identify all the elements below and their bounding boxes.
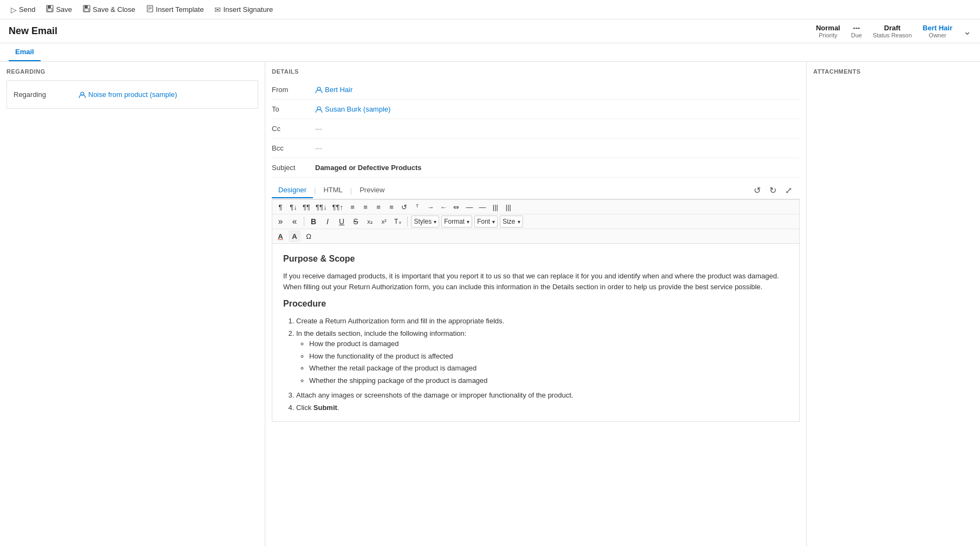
editor-tab-preview[interactable]: Preview: [353, 183, 391, 198]
rte-btn-vert1[interactable]: |||: [489, 201, 501, 213]
content-heading1: Purpose & Scope: [283, 252, 788, 265]
content-bullets: How the product is damaged How the funct…: [309, 339, 788, 386]
rte-btn-t1[interactable]: ᵀ: [411, 201, 423, 213]
middle-panel: DETAILS From Bert Hair To Susan Burk (sa…: [265, 62, 807, 547]
rte-indent-inc[interactable]: »: [275, 216, 286, 227]
insert-template-icon: [146, 5, 154, 14]
rte-size-dropdown[interactable]: Size ▾: [500, 216, 522, 227]
header-bar: New Email Normal Priority --- Due Draft …: [0, 19, 980, 43]
size-chevron: ▾: [518, 219, 520, 225]
rte-superscript-btn[interactable]: x²: [378, 216, 390, 227]
rte-btn-align4[interactable]: ≡: [386, 201, 397, 213]
rte-btn-align1[interactable]: ≡: [347, 201, 358, 213]
save-icon: [46, 5, 54, 14]
font-chevron: ▾: [492, 219, 495, 225]
insert-template-label: Insert Template: [156, 5, 204, 14]
send-icon: ▷: [11, 5, 17, 14]
cc-label: Cc: [272, 125, 315, 133]
subject-value[interactable]: Damaged or Defective Products: [315, 164, 800, 172]
regarding-value[interactable]: Noise from product (sample): [79, 90, 177, 99]
owner-value[interactable]: Bert Hair: [923, 24, 952, 32]
rte-italic-btn[interactable]: I: [322, 216, 334, 227]
svg-rect-4: [84, 5, 88, 8]
editor-tab-designer[interactable]: Designer: [272, 183, 313, 198]
subject-row: Subject Damaged or Defective Products: [272, 158, 800, 178]
rte-font-dropdown[interactable]: Font ▾: [474, 216, 498, 227]
rte-strikethrough-btn[interactable]: S: [350, 216, 362, 227]
rte-btn-p5[interactable]: ¶¶↑: [330, 201, 345, 213]
subject-label: Subject: [272, 164, 315, 172]
rte-btn-p4[interactable]: ¶¶↓: [313, 201, 329, 213]
save-close-label: Save & Close: [93, 5, 135, 14]
rte-styles-dropdown[interactable]: Styles ▾: [411, 216, 439, 227]
insert-template-button[interactable]: Insert Template: [142, 3, 208, 16]
rte-fontcolor-btn[interactable]: A: [275, 230, 286, 242]
rte-bold-btn[interactable]: B: [308, 216, 319, 227]
undo-button[interactable]: ↺: [750, 184, 764, 197]
cc-value[interactable]: ---: [315, 125, 800, 133]
redo-button[interactable]: ↻: [766, 184, 780, 197]
insert-signature-icon: ✉: [214, 5, 221, 14]
save-button[interactable]: Save: [42, 3, 76, 16]
rte-format-dropdown[interactable]: Format ▾: [441, 216, 472, 227]
rte-btn-arrow2[interactable]: ←: [437, 201, 449, 213]
to-row: To Susan Burk (sample): [272, 100, 800, 119]
content-heading2: Procedure: [283, 297, 788, 310]
rte-btn-arrow1[interactable]: →: [424, 201, 436, 213]
rte-indent-dec[interactable]: «: [289, 216, 300, 227]
from-value[interactable]: Bert Hair: [315, 86, 800, 94]
rte-btn-p3[interactable]: ¶¶: [300, 201, 312, 213]
owner-label: Owner: [923, 32, 952, 38]
rte-btn-vert2[interactable]: |||: [502, 201, 514, 213]
svg-rect-1: [48, 5, 51, 8]
rte-toolbar-row2: » « B I U S x₂ x² Tₓ Styles ▾ Format ▾: [272, 214, 799, 229]
send-button[interactable]: ▷ Send: [6, 3, 40, 16]
content-procedure-list: Create a Return Authorization form and f…: [296, 316, 788, 413]
cc-row: Cc ---: [272, 119, 800, 139]
save-close-button[interactable]: Save & Close: [79, 3, 140, 16]
insert-signature-button[interactable]: ✉ Insert Signature: [210, 3, 277, 16]
rte-underline-btn[interactable]: U: [336, 216, 348, 227]
bcc-value[interactable]: ---: [315, 144, 800, 152]
save-close-icon: [83, 5, 90, 14]
to-value[interactable]: Susan Burk (sample): [315, 105, 800, 113]
contact-icon: [79, 91, 86, 99]
rte-btn-arrow3[interactable]: ⇔: [450, 201, 462, 213]
content-bullet2: How the functionality of the product is …: [309, 351, 788, 362]
header-chevron-button[interactable]: ⌄: [963, 25, 971, 37]
editor-tabs: Designer | HTML | Preview ↺ ↻ ⤢: [272, 182, 800, 199]
rte-special-char-btn[interactable]: Ω: [303, 230, 315, 242]
rte-btn-align2[interactable]: ≡: [360, 201, 371, 213]
rte-btn-dash1[interactable]: —: [463, 201, 475, 213]
rte-subscript-btn[interactable]: x₂: [364, 216, 376, 227]
tab-row: Email: [0, 43, 980, 62]
status-value: Draft: [873, 24, 912, 32]
rte-btn-align3[interactable]: ≡: [373, 201, 384, 213]
insert-signature-label: Insert Signature: [223, 5, 273, 14]
rte-toolbar-row1: ¶ ¶↓ ¶¶ ¶¶↓ ¶¶↑ ≡ ≡ ≡ ≡ ↺ ᵀ → ← ⇔ — — ||…: [272, 200, 799, 214]
rte-btn-p2[interactable]: ¶↓: [288, 201, 299, 213]
regarding-card: Regarding Noise from product (sample): [6, 80, 258, 109]
editor-content[interactable]: Purpose & Scope If you receive damaged p…: [272, 243, 800, 422]
rte-toolbar-row3: A A Ω: [272, 229, 799, 243]
tab-email[interactable]: Email: [9, 43, 41, 61]
rte-btn-undo2[interactable]: ↺: [398, 201, 410, 213]
from-row: From Bert Hair: [272, 80, 800, 100]
priority-meta: Normal Priority: [816, 24, 840, 38]
regarding-link[interactable]: Noise from product (sample): [88, 90, 177, 99]
rte-sep1: [304, 217, 304, 226]
to-label: To: [272, 105, 315, 113]
editor-tab-html[interactable]: HTML: [317, 183, 349, 198]
rte-btn-dash2[interactable]: —: [476, 201, 488, 213]
rte-clearformat-btn[interactable]: Tₓ: [392, 216, 404, 227]
expand-button[interactable]: ⤢: [782, 184, 795, 197]
rte-btn-p1[interactable]: ¶: [275, 201, 286, 213]
owner-meta[interactable]: Bert Hair Owner: [923, 24, 952, 38]
page-title: New Email: [9, 25, 57, 37]
rte-highlight-btn[interactable]: A: [289, 230, 300, 242]
content-bullet4: Whether the shipping package of the prod…: [309, 375, 788, 386]
content-bullet3: Whether the retail package of the produc…: [309, 363, 788, 374]
regarding-section-header: REGARDING: [6, 68, 258, 75]
priority-label: Priority: [816, 32, 840, 38]
bcc-row: Bcc ---: [272, 139, 800, 158]
